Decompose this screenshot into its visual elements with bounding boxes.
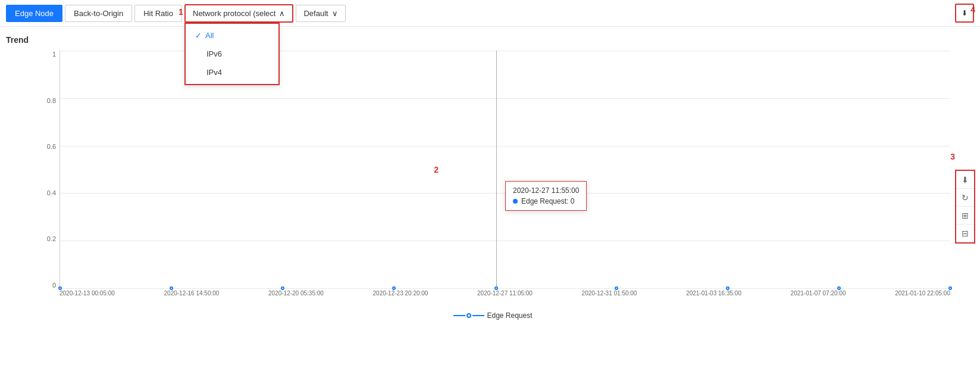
grid-line-08 [60,98,950,99]
legend-dash [453,315,465,316]
legend-dot [466,313,471,318]
side-refresh-icon: ↻ [962,193,969,202]
network-protocol-label: Network protocol (select [193,9,275,18]
chevron-down-icon: ∨ [332,9,338,18]
top-bar: Edge Node Back-to-Origin Hit Ratio Netwo… [0,0,980,27]
x-label-5: 2020-12-31 01:50:00 [582,290,637,297]
legend-edge-request: Edge Request [453,311,532,320]
x-label-3: 2020-12-23 20:20:00 [373,290,428,297]
cursor-line [496,51,497,288]
legend-dash2 [472,315,484,316]
grid-line-06 [60,146,950,146]
protocol-option-ipv6[interactable]: IPv6 [186,45,278,63]
protocol-option-ipv4-label: IPv4 [206,68,222,77]
y-label-04: 0.4 [47,189,56,196]
x-label-4: 2020-12-27 11:05:00 [477,290,533,297]
grid-line-02 [60,241,950,241]
chart-plot: 2020-12-27 11:55:00 Edge Request: 0 2 [60,51,950,289]
side-zoom-in-button[interactable]: ⊞ [956,207,974,224]
side-actions-panel: ⬇ ↻ ⊞ ⊟ [955,170,975,244]
protocol-option-ipv6-label: IPv6 [206,49,222,58]
y-label-02: 0.2 [47,235,56,242]
x-label-2: 2020-12-20 05:35:00 [268,290,324,297]
x-label-7: 2021-01-07 07:20:00 [791,290,846,297]
tooltip-series: Edge Request: 0 [513,197,579,205]
protocol-option-all[interactable]: ✓ All [186,26,278,45]
annotation-4: 4 [970,5,975,14]
chart-title: Trend [6,35,29,45]
x-label-0: 2020-12-13 00:05:00 [60,290,115,297]
check-icon: ✓ [195,31,202,40]
tooltip-series-label: Edge Request: 0 [521,197,574,205]
side-refresh-button[interactable]: ↻ [956,189,974,207]
side-zoom-out-icon: ⊟ [962,229,969,238]
y-label-06: 0.6 [47,143,56,150]
download-icon-top: ⬇ [962,9,968,17]
legend-area: Edge Request [36,311,950,320]
x-label-1: 2020-12-16 14:50:00 [164,290,220,297]
grid-line-0 [60,288,950,289]
y-label-1: 1 [52,51,56,58]
network-protocol-dropdown[interactable]: Network protocol (select ∧ ✓ All IPv6 IP… [184,4,293,23]
default-dropdown[interactable]: Default ∨ [296,5,345,22]
tooltip: 2020-12-27 11:55:00 Edge Request: 0 [505,181,587,211]
protocol-option-all-label: All [205,31,214,40]
tab-back-to-origin[interactable]: Back-to-Origin [65,5,132,22]
side-download-icon: ⬇ [962,175,969,185]
x-axis-labels: 2020-12-13 00:05:00 2020-12-16 14:50:00 … [60,290,950,307]
tab-edge-node[interactable]: Edge Node [6,5,62,22]
tab-hit-ratio[interactable]: Hit Ratio [134,5,182,22]
legend-label: Edge Request [487,311,532,320]
chart-container: Trend 1 0.8 0.6 0.4 0.2 0 [0,27,980,357]
side-download-button[interactable]: ⬇ [956,171,974,189]
y-label-0: 0 [52,282,56,289]
y-axis: 1 0.8 0.6 0.4 0.2 0 [36,51,60,289]
y-label-08: 0.8 [47,97,56,104]
legend-icon [453,313,484,318]
side-zoom-out-button[interactable]: ⊟ [956,224,974,242]
protocol-option-ipv4[interactable]: IPv4 [186,63,278,82]
tooltip-series-dot [513,199,518,204]
default-label: Default [303,9,328,18]
chart-area: 1 0.8 0.6 0.4 0.2 0 [36,51,950,307]
network-protocol-trigger[interactable]: Network protocol (select ∧ [184,4,293,23]
side-zoom-in-icon: ⊞ [962,211,969,220]
x-label-8: 2021-01-10 22:05:00 [895,290,950,297]
annotation-2: 2 [434,165,439,174]
annotation-1: 1 [179,7,183,17]
tooltip-date: 2020-12-27 11:55:00 [513,186,579,195]
x-label-6: 2021-01-03 16:35:00 [686,290,741,297]
annotation-3: 3 [950,152,955,161]
chevron-up-icon: ∧ [279,9,285,18]
network-protocol-menu: ✓ All IPv6 IPv4 [184,23,280,85]
